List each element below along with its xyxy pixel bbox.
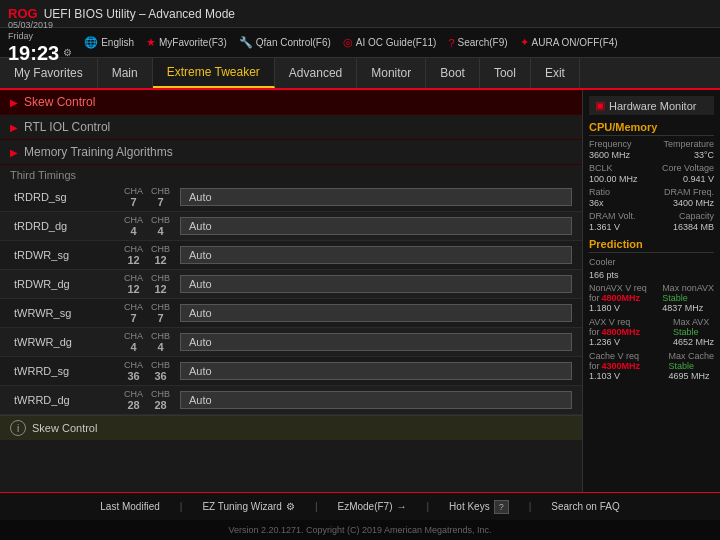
trdrd-dg-value[interactable]: Auto <box>180 217 572 235</box>
ratio-row: Ratio DRAM Freq. <box>589 187 714 197</box>
bclk-label: BCLK <box>589 163 613 173</box>
cha-col: CHA 7 <box>124 186 143 208</box>
cha-col: CHA 12 <box>124 273 143 295</box>
cache-for-value: 4300MHz <box>602 361 641 371</box>
twrrd-sg-value[interactable]: Auto <box>180 362 572 380</box>
tab-extreme-tweaker[interactable]: Extreme Tweaker <box>153 58 275 88</box>
wizard-icon: ⚙ <box>286 501 295 512</box>
rtl-iol-header[interactable]: ▶ RTL IOL Control <box>0 115 582 140</box>
fan-icon: 🔧 <box>239 36 253 49</box>
channel-group: CHA 28 CHB 28 <box>124 389 170 411</box>
channel-group: CHA 12 CHB 12 <box>124 244 170 266</box>
tab-boot[interactable]: Boot <box>426 58 480 88</box>
tab-exit[interactable]: Exit <box>531 58 580 88</box>
hardware-monitor-header: ▣ Hardware Monitor <box>589 96 714 115</box>
rtl-iol-label: RTL IOL Control <box>24 120 110 134</box>
cache-v-value: 1.103 V <box>589 371 640 381</box>
trdwr-dg-label: tRDWR_dg <box>14 278 124 290</box>
info-bar: 05/03/2019 Friday 19:23 ⚙ 🌐 English ★ My… <box>0 28 720 58</box>
temperature-label: Temperature <box>663 139 714 149</box>
content-area: ▶ Skew Control ▶ RTL IOL Control ▶ Memor… <box>0 90 720 492</box>
ez-mode-label: EzMode(F7) <box>337 501 392 512</box>
prediction-title: Prediction <box>589 238 714 253</box>
dram-volt-value: 1.361 V <box>589 222 620 232</box>
language-item[interactable]: 🌐 English <box>84 36 134 49</box>
cooler-value: 166 pts <box>589 270 619 280</box>
arrow-right-icon: → <box>397 501 407 512</box>
search-faq-item[interactable]: Search on FAQ <box>551 501 619 512</box>
max-avx-freq: 4652 MHz <box>673 337 714 347</box>
avx-for-value: 4800MHz <box>602 327 641 337</box>
cha-col: CHA 4 <box>124 215 143 237</box>
trdwr-sg-label: tRDWR_sg <box>14 249 124 261</box>
left-panel: ▶ Skew Control ▶ RTL IOL Control ▶ Memor… <box>0 90 582 492</box>
hardware-monitor-title: Hardware Monitor <box>609 100 696 112</box>
cooler-row: Cooler <box>589 256 714 267</box>
twrrd-dg-value[interactable]: Auto <box>180 391 572 409</box>
cache-v-req-label: Cache V req <box>589 351 640 361</box>
cha-col: CHA 12 <box>124 244 143 266</box>
hot-keys-badge: ? <box>494 500 509 514</box>
title-text: UEFI BIOS Utility – Advanced Mode <box>44 7 235 21</box>
hot-keys-label: Hot Keys <box>449 501 490 512</box>
tab-tool[interactable]: Tool <box>480 58 531 88</box>
twrrd-sg-label: tWRRD_sg <box>14 365 124 377</box>
tab-advanced[interactable]: Advanced <box>275 58 357 88</box>
qfan-item[interactable]: 🔧 Qfan Control(F6) <box>239 36 331 49</box>
twrrd-dg-label: tWRRD_dg <box>14 394 124 406</box>
ratio-value: 36x <box>589 198 604 208</box>
hot-keys-item[interactable]: Hot Keys ? <box>449 500 509 514</box>
ez-tuning-item[interactable]: EZ Tuning Wizard ⚙ <box>202 501 294 512</box>
twrwr-sg-label: tWRWR_sg <box>14 307 124 319</box>
max-cache-freq: 4695 MHz <box>668 371 714 381</box>
frequency-label: Frequency <box>589 139 632 149</box>
twrwr-dg-label: tWRWR_dg <box>14 336 124 348</box>
last-modified-item[interactable]: Last Modified <box>100 501 159 512</box>
trdrd-sg-value[interactable]: Auto <box>180 188 572 206</box>
cache-row: Cache V req for 4300MHz 1.103 V Max Cach… <box>589 351 714 381</box>
trdwr-sg-value[interactable]: Auto <box>180 246 572 264</box>
ratio-value-row: 36x 3400 MHz <box>589 198 714 208</box>
tab-my-favorites[interactable]: My Favorites <box>0 58 98 88</box>
temperature-value: 33°C <box>694 150 714 160</box>
trdwr-dg-value[interactable]: Auto <box>180 275 572 293</box>
twrwr-dg-value[interactable]: Auto <box>180 333 572 351</box>
chb-col: CHB 7 <box>151 302 170 324</box>
myfavorites-item[interactable]: ★ MyFavorite(F3) <box>146 36 227 49</box>
avx-row: AVX V req for 4800MHz 1.236 V Max AVX St… <box>589 317 714 347</box>
trdrd-dg-label: tRDRD_dg <box>14 220 124 232</box>
ai-oc-item[interactable]: ◎ AI OC Guide(F11) <box>343 36 437 49</box>
chb-col: CHB 7 <box>151 186 170 208</box>
tab-main[interactable]: Main <box>98 58 153 88</box>
search-item[interactable]: ? Search(F9) <box>448 37 507 49</box>
chb-col: CHB 4 <box>151 331 170 353</box>
chb-col: CHB 28 <box>151 389 170 411</box>
table-row: tRDRD_dg CHA 4 CHB 4 Auto <box>0 212 582 241</box>
chb-col: CHB 4 <box>151 215 170 237</box>
third-timings-label: Third Timings <box>0 165 582 183</box>
twrwr-sg-value[interactable]: Auto <box>180 304 572 322</box>
main-nav: My Favorites Main Extreme Tweaker Advanc… <box>0 58 720 90</box>
skew-control-header[interactable]: ▶ Skew Control <box>0 90 582 115</box>
dram-volt-value-row: 1.361 V 16384 MB <box>589 222 714 232</box>
language-icon: 🌐 <box>84 36 98 49</box>
info-section: i Skew Control <box>0 415 582 440</box>
bclk-value-row: 100.00 MHz 0.941 V <box>589 174 714 184</box>
search-icon: ? <box>448 37 454 49</box>
expand-arrow-icon: ▶ <box>10 97 18 108</box>
tab-monitor[interactable]: Monitor <box>357 58 426 88</box>
channel-group: CHA 4 CHB 4 <box>124 215 170 237</box>
table-row: tWRRD_dg CHA 28 CHB 28 Auto <box>0 386 582 415</box>
ratio-label: Ratio <box>589 187 610 197</box>
non-avx-for-value: 4800MHz <box>602 293 641 303</box>
version-text: Version 2.20.1271. Copyright (C) 2019 Am… <box>228 525 491 535</box>
max-avx-stable: Stable <box>673 327 714 337</box>
aura-item[interactable]: ✦ AURA ON/OFF(F4) <box>520 36 618 49</box>
ez-mode-item[interactable]: EzMode(F7) → <box>337 501 406 512</box>
core-voltage-label: Core Voltage <box>662 163 714 173</box>
divider-4: | <box>529 501 532 512</box>
dram-freq-value: 3400 MHz <box>673 198 714 208</box>
memory-training-header[interactable]: ▶ Memory Training Algorithms <box>0 140 582 165</box>
frequency-row: Frequency Temperature <box>589 139 714 149</box>
max-avx-label: Max AVX <box>673 317 714 327</box>
